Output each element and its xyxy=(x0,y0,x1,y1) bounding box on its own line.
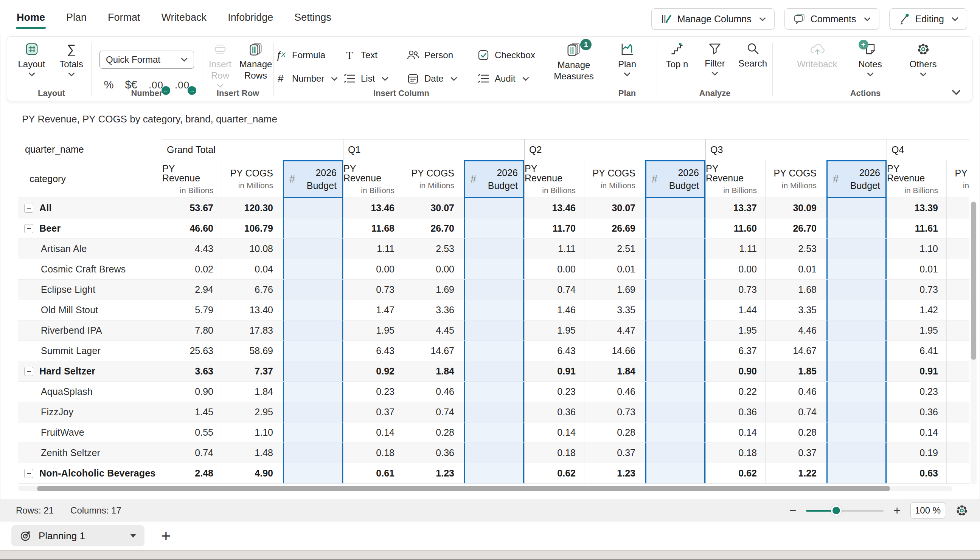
formula-button[interactable]: ƒx Formula xyxy=(274,50,343,61)
cell-py-cogs[interactable]: 0.01 xyxy=(584,259,645,280)
row-label[interactable]: FizzJoy xyxy=(18,402,162,422)
cell-budget-input[interactable] xyxy=(645,361,706,382)
cell-budget-input[interactable] xyxy=(464,280,524,300)
vertical-scrollbar-thumb[interactable] xyxy=(971,202,976,360)
cell-budget-input[interactable] xyxy=(645,239,706,259)
cell-py-cogs[interactable]: 0.74 xyxy=(403,402,464,422)
cell-py-cogs[interactable]: 4.45 xyxy=(403,320,464,341)
row-label[interactable]: Summit Lager xyxy=(18,341,162,361)
cell-py-cogs[interactable]: 0.28 xyxy=(584,422,645,443)
cell-py-revenue[interactable]: 53.67 xyxy=(162,198,222,218)
cell-budget-input[interactable] xyxy=(645,218,706,239)
cell-py-revenue[interactable]: 1.42 xyxy=(886,300,947,320)
cell-budget-input[interactable] xyxy=(826,382,886,402)
cell-py-cogs[interactable]: 26.70 xyxy=(403,218,464,239)
cell-py-revenue[interactable]: 6.41 xyxy=(886,341,947,361)
quarter-group-header[interactable]: Grand Total xyxy=(162,139,343,160)
cell-py-revenue[interactable]: 4.43 xyxy=(162,239,222,259)
revenue-column-header[interactable]: PY Revenuein Billions xyxy=(162,160,222,198)
row-label[interactable]: Zenith Seltzer xyxy=(18,443,162,463)
cell-py-revenue[interactable]: 1.44 xyxy=(706,300,765,320)
cell-budget-input[interactable] xyxy=(283,463,343,484)
cell-py-revenue[interactable]: 0.91 xyxy=(524,361,584,382)
cell-py-revenue[interactable]: 0.74 xyxy=(162,443,222,463)
quarter-group-header[interactable]: Q2 xyxy=(524,139,706,160)
cell-budget-input[interactable] xyxy=(464,382,524,402)
cell-py-cogs[interactable]: 26.70 xyxy=(765,218,826,239)
cell-py-revenue[interactable]: 11.70 xyxy=(524,218,584,239)
cell-py-revenue[interactable]: 0.18 xyxy=(524,443,584,463)
cell-py-cogs[interactable]: 4.47 xyxy=(584,320,645,341)
cell-budget-input[interactable] xyxy=(826,280,886,300)
cell-py-revenue[interactable]: 0.90 xyxy=(706,361,765,382)
cell-budget-input[interactable] xyxy=(464,300,524,320)
person-button[interactable]: Person xyxy=(406,49,477,61)
zoom-slider[interactable] xyxy=(806,510,883,512)
budget-column-header[interactable]: #2026Budget xyxy=(645,160,706,198)
cell-py-revenue[interactable]: 13.39 xyxy=(886,198,947,218)
cell-budget-input[interactable] xyxy=(645,300,706,320)
cell-py-cogs[interactable]: 0.74 xyxy=(765,402,826,422)
menu-infobridge[interactable]: Infobridge xyxy=(227,10,274,26)
cell-py-revenue[interactable]: 0.18 xyxy=(343,443,403,463)
cell-budget-input[interactable] xyxy=(283,422,343,443)
cogs-column-header[interactable]: PY COGSin Millions xyxy=(584,160,645,198)
cell-py-cogs[interactable] xyxy=(947,443,969,463)
cell-py-revenue[interactable]: 0.00 xyxy=(343,259,403,280)
ribbon-collapse-chevron[interactable] xyxy=(952,87,961,97)
cell-budget-input[interactable] xyxy=(464,443,524,463)
cell-py-revenue[interactable]: 11.68 xyxy=(343,218,403,239)
cell-py-revenue[interactable]: 1.95 xyxy=(886,320,947,341)
menu-plan[interactable]: Plan xyxy=(65,10,87,26)
cell-py-cogs[interactable]: 10.08 xyxy=(222,239,283,259)
cell-py-revenue[interactable]: 0.01 xyxy=(886,259,947,280)
cell-py-cogs[interactable] xyxy=(947,361,969,382)
cell-py-revenue[interactable]: 0.37 xyxy=(343,402,403,422)
cell-py-cogs[interactable]: 2.95 xyxy=(222,402,283,422)
cell-py-revenue[interactable]: 6.43 xyxy=(343,341,403,361)
cell-py-cogs[interactable]: 1.68 xyxy=(765,280,826,300)
cell-py-cogs[interactable] xyxy=(947,239,969,259)
cell-py-cogs[interactable]: 1.84 xyxy=(403,361,464,382)
cell-py-cogs[interactable]: 7.37 xyxy=(222,361,283,382)
row-label[interactable]: Eclipse Light xyxy=(18,280,162,300)
comments-button[interactable]: Comments xyxy=(784,8,880,30)
cell-budget-input[interactable] xyxy=(826,422,886,443)
cell-py-revenue[interactable]: 0.90 xyxy=(162,382,222,402)
cell-py-revenue[interactable]: 1.11 xyxy=(343,239,403,259)
cell-py-cogs[interactable]: 14.67 xyxy=(403,341,464,361)
cell-py-revenue[interactable]: 1.45 xyxy=(162,402,222,422)
list-button[interactable]: List xyxy=(343,73,406,84)
cell-py-cogs[interactable]: 17.83 xyxy=(222,320,283,341)
cell-py-revenue[interactable]: 0.92 xyxy=(343,361,403,382)
text-button[interactable]: T Text xyxy=(343,49,406,62)
cell-py-revenue[interactable]: 0.00 xyxy=(706,259,765,280)
cell-py-cogs[interactable]: 13.40 xyxy=(222,300,283,320)
cell-py-cogs[interactable] xyxy=(947,280,969,300)
cell-py-revenue[interactable]: 0.18 xyxy=(706,443,765,463)
cell-py-cogs[interactable] xyxy=(947,402,969,422)
cell-py-cogs[interactable] xyxy=(947,341,969,361)
cell-budget-input[interactable] xyxy=(464,402,524,422)
cell-budget-input[interactable] xyxy=(283,341,343,361)
cell-budget-input[interactable] xyxy=(464,463,524,484)
cell-budget-input[interactable] xyxy=(826,300,886,320)
cell-py-revenue[interactable]: 25.63 xyxy=(162,341,222,361)
cell-py-revenue[interactable]: 0.36 xyxy=(524,402,584,422)
cell-budget-input[interactable] xyxy=(464,218,524,239)
manage-columns-button[interactable]: Manage Columns xyxy=(651,8,774,30)
cell-py-revenue[interactable]: 0.36 xyxy=(886,402,947,422)
cell-py-cogs[interactable]: 26.69 xyxy=(584,218,645,239)
editing-button[interactable]: Editing xyxy=(889,8,967,30)
cell-py-revenue[interactable]: 0.55 xyxy=(162,422,222,443)
cell-py-revenue[interactable]: 0.14 xyxy=(706,422,765,443)
date-button[interactable]: Date xyxy=(406,73,477,85)
row-label[interactable]: All xyxy=(18,198,162,218)
cell-budget-input[interactable] xyxy=(826,463,886,484)
cell-py-revenue[interactable]: 13.46 xyxy=(524,198,584,218)
cell-py-revenue[interactable]: 0.91 xyxy=(886,361,947,382)
cell-budget-input[interactable] xyxy=(283,280,343,300)
cell-py-revenue[interactable]: 0.36 xyxy=(706,402,765,422)
cell-budget-input[interactable] xyxy=(283,300,343,320)
cell-py-cogs[interactable]: 14.67 xyxy=(765,341,826,361)
